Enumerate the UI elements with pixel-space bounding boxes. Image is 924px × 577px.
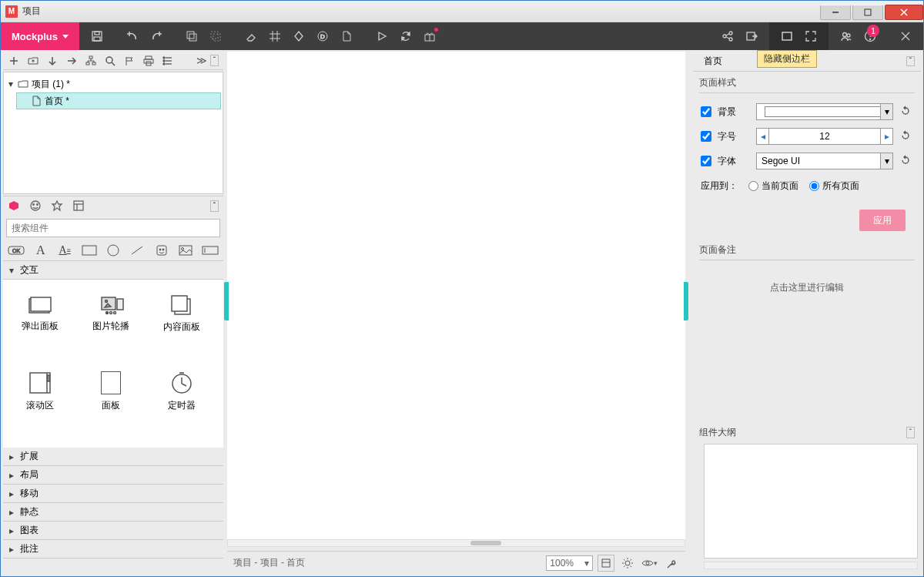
gift-icon[interactable] xyxy=(423,29,437,43)
brightness-icon[interactable] xyxy=(619,555,636,572)
comp-popup-panel[interactable]: 弹出面板 xyxy=(5,286,75,341)
search-input[interactable] xyxy=(6,219,220,237)
redo-icon[interactable] xyxy=(149,29,163,43)
accordion-layout[interactable]: ▸布局 xyxy=(3,466,223,485)
eye-icon[interactable]: ▾ xyxy=(641,555,658,572)
font-checkbox[interactable] xyxy=(701,156,711,166)
export-icon[interactable] xyxy=(745,29,758,43)
bg-color-field[interactable]: ▾ xyxy=(756,103,893,120)
radio-current-page[interactable]: 当前页面 xyxy=(748,179,798,193)
sticker-icon[interactable] xyxy=(153,243,169,257)
font-field[interactable]: Segoe UI▾ xyxy=(756,153,893,169)
accordion-mobile[interactable]: ▸移动 xyxy=(3,485,223,503)
outline-area[interactable] xyxy=(704,444,918,559)
fontsize-field[interactable]: ◂12▸ xyxy=(756,128,893,145)
app-icon: M xyxy=(5,5,18,18)
comp-panel[interactable]: 面板 xyxy=(75,364,146,419)
autolayout-icon[interactable] xyxy=(292,29,306,43)
wrench-icon[interactable] xyxy=(662,555,679,572)
components-tab-icon[interactable] xyxy=(8,200,22,213)
rp-tab-page[interactable]: 首页 xyxy=(699,52,727,71)
canvas[interactable] xyxy=(227,52,685,544)
fontsize-reset-icon[interactable] xyxy=(899,129,913,143)
zoom-select[interactable]: 100%▾ xyxy=(546,555,593,571)
bg-checkbox[interactable] xyxy=(701,106,711,117)
play-icon[interactable] xyxy=(375,29,389,43)
team-icon[interactable] xyxy=(839,29,853,43)
accordion-chart[interactable]: ▸图表 xyxy=(3,522,223,540)
ungroup-icon[interactable] xyxy=(209,29,223,43)
comp-carousel[interactable]: 图片轮播 xyxy=(75,286,146,341)
apply-button[interactable]: 应用 xyxy=(859,210,906,231)
eraser-icon[interactable] xyxy=(244,29,258,43)
search-icon[interactable] xyxy=(104,55,116,67)
svg-rect-70 xyxy=(82,246,96,255)
template-tab-icon[interactable] xyxy=(72,200,86,213)
emoji-tab-icon[interactable] xyxy=(29,200,43,213)
outline-scrollbar[interactable] xyxy=(704,562,918,569)
brand-menu[interactable]: Mockplus xyxy=(1,22,79,50)
close-button[interactable] xyxy=(885,5,923,20)
comp-scroll-area[interactable]: 滚动区 xyxy=(5,364,75,419)
button-shape-icon[interactable]: OK xyxy=(8,243,25,257)
text-underline-icon[interactable]: A≡ xyxy=(56,243,72,257)
close-panel-icon[interactable] xyxy=(899,29,912,43)
font-reset-icon[interactable] xyxy=(899,154,913,168)
flag-icon[interactable] xyxy=(123,55,136,67)
bg-reset-icon[interactable] xyxy=(899,105,913,119)
page-icon[interactable] xyxy=(340,29,353,43)
canvas-scrollbar[interactable] xyxy=(227,539,685,547)
right-arrow-icon[interactable] xyxy=(65,55,78,67)
line-shape-icon[interactable] xyxy=(129,243,146,257)
rect-shape-icon[interactable] xyxy=(81,243,97,257)
accordion-static[interactable]: ▸静态 xyxy=(3,503,223,522)
star-tab-icon[interactable] xyxy=(51,200,65,213)
grid-icon[interactable] xyxy=(268,29,282,43)
tree-page[interactable]: 首页 * xyxy=(16,92,221,109)
rp-collapse-icon[interactable]: ˇ xyxy=(906,56,915,66)
collapse-pages-icon[interactable]: ˇ xyxy=(210,55,219,66)
radio-all-pages[interactable]: 所有页面 xyxy=(809,179,859,193)
image-shape-icon[interactable] xyxy=(178,243,194,257)
text-a-icon[interactable]: A xyxy=(32,243,49,257)
notification-badge[interactable]: 1 xyxy=(867,25,879,37)
add-icon[interactable] xyxy=(8,55,20,67)
input-shape-icon[interactable] xyxy=(202,243,219,257)
circle-d-icon[interactable]: D xyxy=(316,29,330,43)
maximize-button[interactable] xyxy=(852,5,883,20)
right-splitter[interactable] xyxy=(684,282,688,320)
accordion-interaction[interactable]: ▾交互 xyxy=(3,261,223,280)
svg-rect-85 xyxy=(117,299,123,310)
accordion-annotate[interactable]: ▸批注 xyxy=(3,540,223,559)
quick-shapes: OK A A≡ xyxy=(3,240,223,260)
share-icon[interactable] xyxy=(721,29,735,43)
down-arrow-icon[interactable] xyxy=(46,55,59,67)
circle-shape-icon[interactable] xyxy=(105,243,121,257)
collapse-components-icon[interactable]: ˆ xyxy=(210,200,219,212)
group-icon[interactable] xyxy=(185,29,199,43)
fontsize-checkbox[interactable] xyxy=(701,131,711,142)
outline-collapse-icon[interactable]: ˆ xyxy=(906,427,915,438)
undo-icon[interactable] xyxy=(126,29,139,43)
fit-icon[interactable] xyxy=(598,555,614,572)
hide-sidebar-icon[interactable] xyxy=(780,29,794,43)
save-icon[interactable] xyxy=(90,29,104,43)
svg-point-88 xyxy=(114,311,116,314)
folder-add-icon[interactable] xyxy=(27,55,39,67)
right-panel: 首页 ˇ 页面样式 背景 ▾ 字号 ◂12▸ 字体 Segoe UI▾ 应用到：… xyxy=(693,52,921,572)
accordion-extend[interactable]: ▸扩展 xyxy=(3,448,223,466)
tree-root[interactable]: ▾ 项目 (1) * xyxy=(5,75,221,92)
minimize-button[interactable] xyxy=(820,5,851,20)
hierarchy-icon[interactable] xyxy=(85,55,97,67)
fullscreen-icon[interactable] xyxy=(804,29,818,43)
component-tabs: ˆ xyxy=(3,196,223,216)
left-splitter[interactable] xyxy=(224,282,229,320)
print-icon[interactable] xyxy=(142,55,155,67)
svg-marker-18 xyxy=(379,32,386,40)
svg-point-30 xyxy=(843,33,847,37)
sync-icon[interactable] xyxy=(399,29,413,43)
comp-timer[interactable]: 定时器 xyxy=(146,364,217,419)
list-icon[interactable] xyxy=(162,55,174,67)
memo-area[interactable]: 点击这里进行编辑 xyxy=(693,267,921,308)
comp-content-panel[interactable]: 内容面板 xyxy=(146,286,217,341)
